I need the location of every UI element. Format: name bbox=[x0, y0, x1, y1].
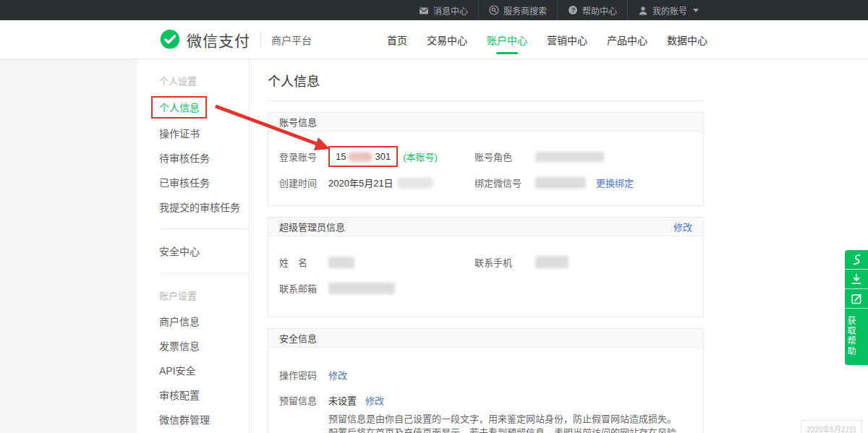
logo-text: 微信支付 bbox=[187, 29, 250, 51]
account-info-section: 账号信息 登录账号 15 301 (本账号) 账号角色 bbox=[268, 112, 704, 206]
topbar-message-label: 消息中心 bbox=[433, 4, 468, 17]
bound-wechat-redacted bbox=[535, 177, 586, 189]
sidebar-section-personal-settings: 个人设置 bbox=[137, 68, 249, 94]
created-time-redacted bbox=[396, 177, 434, 189]
main-nav: 首页 交易中心 账户中心 营销中心 产品中心 数据中心 bbox=[387, 20, 707, 59]
main-panel: 个人信息 账号信息 登录账号 15 301 (本账号) bbox=[268, 71, 704, 433]
topbar-help-center[interactable]: ? 帮助中心 bbox=[557, 0, 627, 20]
reserved-info-description: 预留信息是由你自己设置的一段文字，用来鉴定网站身份，防止假冒网站造成损失。 配置… bbox=[328, 413, 692, 433]
topbar-menu: 消息中心 服务商搜索 ? 帮助中心 我的账号 bbox=[409, 0, 709, 20]
topbar-provider-search-label: 服务商搜索 bbox=[503, 4, 547, 17]
reserved-info-edit-link[interactable]: 修改 bbox=[365, 393, 384, 407]
sidebar-item-wechat-group-mgmt[interactable]: 微信群管理 bbox=[137, 407, 249, 432]
admin-email-redacted bbox=[328, 283, 395, 294]
edit-icon bbox=[850, 292, 863, 305]
rebind-wechat-link[interactable]: 更换绑定 bbox=[596, 176, 634, 189]
portal-label: 商户平台 bbox=[271, 33, 312, 47]
reserved-info-label: 预留信息 bbox=[279, 393, 317, 407]
admin-phone-label: 联系手机 bbox=[475, 255, 527, 269]
operation-password-edit-link[interactable]: 修改 bbox=[328, 368, 347, 382]
chevron-down-icon bbox=[693, 9, 699, 12]
account-info-section-body: 登录账号 15 301 (本账号) 账号角色 bbox=[268, 132, 703, 205]
sidebar-item-operation-certificate[interactable]: 操作证书 bbox=[137, 121, 249, 145]
security-info-section-body: 操作密码 修改 预留信息 未设置 修改 预留信息是由你自己设置的一段文字，用来鉴… bbox=[268, 348, 703, 433]
operation-password-label: 操作密码 bbox=[279, 368, 317, 382]
nav-account-center[interactable]: 账户中心 bbox=[487, 20, 527, 59]
reserved-info-desc-line: 预留信息是由你自己设置的一段文字，用来鉴定网站身份，防止假冒网站造成损失。 bbox=[328, 413, 692, 425]
sidebar-section-account-settings: 账户设置 bbox=[137, 283, 249, 309]
page-title: 个人信息 bbox=[268, 71, 704, 101]
admin-name-label: 姓 名 bbox=[279, 255, 317, 269]
created-time-label: 创建时间 bbox=[279, 176, 317, 189]
content-area: 个人设置 个人信息 操作证书 待审核任务 已审核任务 我提交的审核任务 安全中心… bbox=[137, 59, 868, 433]
topbar-my-account[interactable]: 我的账号 bbox=[627, 0, 709, 20]
download-button[interactable] bbox=[845, 270, 868, 289]
get-help-button[interactable]: 获取帮助 bbox=[845, 309, 868, 365]
header: 微信支付 商户平台 首页 交易中心 账户中心 营销中心 产品中心 数据中心 bbox=[0, 20, 868, 59]
login-account-label: 登录账号 bbox=[279, 150, 317, 163]
login-account-annotation-box: 15 301 bbox=[328, 146, 398, 167]
nav-home[interactable]: 首页 bbox=[387, 20, 407, 59]
nav-product-center[interactable]: 产品中心 bbox=[607, 20, 647, 59]
account-info-section-header: 账号信息 bbox=[268, 113, 703, 132]
sidebar-item-invoice-info[interactable]: 发票信息 bbox=[137, 333, 249, 358]
nav-marketing-center[interactable]: 营销中心 bbox=[547, 20, 587, 59]
sidebar-item-personal-info-label[interactable]: 个人信息 bbox=[151, 96, 207, 119]
contact-service-button[interactable] bbox=[845, 250, 868, 270]
sidebar-item-my-submitted-tasks[interactable]: 我提交的审核任务 bbox=[137, 194, 249, 219]
date-stamp: 2020年5月22日 bbox=[801, 420, 862, 433]
login-account-redacted bbox=[348, 152, 373, 162]
created-time-value: 2020年5月21日 bbox=[328, 176, 393, 189]
account-info-section-title: 账号信息 bbox=[279, 115, 317, 129]
topbar-message-center[interactable]: 消息中心 bbox=[409, 0, 478, 20]
topbar-my-account-label: 我的账号 bbox=[652, 4, 687, 17]
super-admin-edit-link[interactable]: 修改 bbox=[673, 220, 692, 233]
help-icon: ? bbox=[568, 5, 578, 15]
bound-wechat-label: 绑定微信号 bbox=[475, 176, 527, 189]
sidebar-item-api-security[interactable]: API安全 bbox=[137, 358, 249, 382]
wechat-pay-logo[interactable]: 微信支付 商户平台 bbox=[159, 20, 312, 59]
current-account-tag: (本账号) bbox=[403, 150, 438, 163]
sidebar-item-review-config[interactable]: 审核配置 bbox=[137, 382, 249, 407]
nav-transaction-center[interactable]: 交易中心 bbox=[427, 20, 467, 59]
topbar-help-label: 帮助中心 bbox=[582, 4, 617, 17]
floating-help-bar: 获取帮助 bbox=[845, 250, 868, 365]
svg-text:?: ? bbox=[571, 7, 576, 14]
reserved-info-status: 未设置 bbox=[328, 393, 357, 407]
download-icon bbox=[850, 273, 863, 286]
reserved-info-desc-line: 配置后将在首页及充值页面显示。若未看到预留信息，表明当前访问的网站存在风险，请终… bbox=[328, 426, 692, 433]
security-info-section-header: 安全信息 bbox=[268, 329, 703, 348]
search-icon bbox=[489, 5, 499, 15]
security-info-section: 安全信息 操作密码 修改 预留信息 未设置 修改 预留 bbox=[268, 328, 704, 433]
logo-divider bbox=[260, 32, 261, 48]
wechat-pay-logo-icon bbox=[159, 29, 181, 51]
contact-squiggle-icon bbox=[850, 253, 863, 266]
account-role-redacted bbox=[535, 152, 604, 162]
sidebar-divider bbox=[159, 273, 249, 273]
super-admin-section-body: 姓 名 联系手机 联系邮箱 bbox=[268, 236, 703, 317]
sidebar-divider bbox=[159, 228, 249, 229]
mail-icon bbox=[419, 6, 429, 15]
super-admin-section-header: 超级管理员信息 修改 bbox=[268, 218, 703, 236]
account-role-label: 账号角色 bbox=[475, 150, 527, 163]
admin-email-label: 联系邮箱 bbox=[279, 281, 317, 295]
sidebar-item-pending-review-tasks[interactable]: 待审核任务 bbox=[137, 145, 249, 170]
topbar: 消息中心 服务商搜索 ? 帮助中心 我的账号 bbox=[0, 0, 868, 20]
sidebar-item-personal-info[interactable]: 个人信息 bbox=[137, 94, 249, 121]
sidebar-item-security-center[interactable]: 安全中心 bbox=[137, 239, 249, 263]
login-account-prefix: 15 bbox=[336, 151, 346, 162]
sidebar-item-merchant-info[interactable]: 商户信息 bbox=[137, 309, 249, 333]
sidebar: 个人设置 个人信息 操作证书 待审核任务 已审核任务 我提交的审核任务 安全中心… bbox=[137, 59, 250, 433]
nav-data-center[interactable]: 数据中心 bbox=[667, 20, 707, 59]
admin-name-redacted bbox=[328, 257, 354, 268]
topbar-provider-search[interactable]: 服务商搜索 bbox=[478, 0, 557, 20]
security-info-section-title: 安全信息 bbox=[279, 331, 317, 345]
admin-phone-redacted bbox=[535, 256, 569, 268]
user-icon bbox=[638, 6, 648, 15]
super-admin-section: 超级管理员信息 修改 姓 名 联系手机 联系邮箱 bbox=[268, 217, 704, 317]
super-admin-section-title: 超级管理员信息 bbox=[279, 220, 345, 233]
feedback-button[interactable] bbox=[845, 289, 868, 309]
sidebar-item-reviewed-tasks[interactable]: 已审核任务 bbox=[137, 170, 249, 194]
login-account-suffix: 301 bbox=[375, 151, 391, 162]
